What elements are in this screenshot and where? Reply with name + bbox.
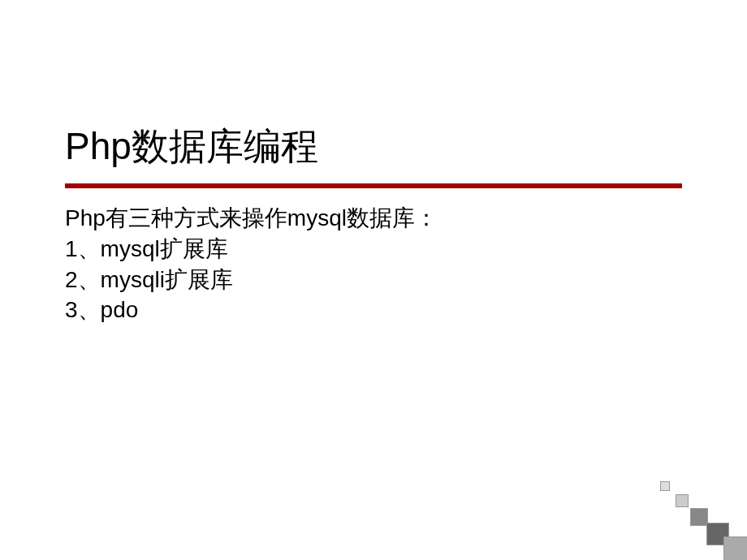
intro-text: Php有三种方式来操作mysql数据库： [65, 203, 682, 234]
decoration-square [690, 508, 708, 526]
list-item-2: 2、mysqli扩展库 [65, 265, 682, 295]
decoration-square [660, 481, 670, 491]
list-item-1: 1、mysql扩展库 [65, 234, 682, 265]
list-item-3: 3、pdo [65, 295, 682, 325]
content-area: Php有三种方式来操作mysql数据库： 1、mysql扩展库 2、mysqli… [65, 203, 682, 325]
decoration-square [676, 494, 689, 507]
slide-title: Php数据库编程 [65, 122, 682, 188]
decoration-square [723, 536, 747, 560]
corner-decoration [641, 454, 747, 560]
